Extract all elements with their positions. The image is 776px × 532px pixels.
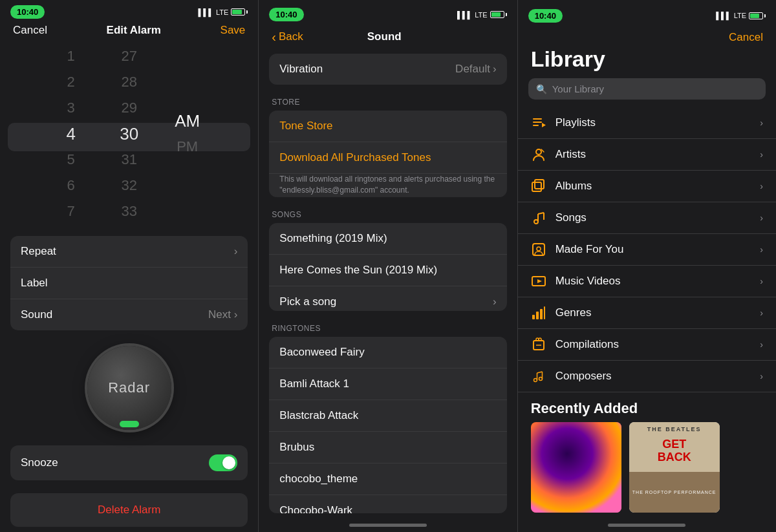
ringtone-row[interactable]: Blastcrab Attack (269, 400, 506, 432)
svg-rect-19 (544, 306, 545, 319)
radar-section: Radar (0, 335, 258, 440)
svg-line-10 (538, 213, 544, 214)
pick-song-label: Pick a song (279, 295, 336, 308)
cancel-button[interactable]: Cancel (13, 24, 47, 37)
vibration-value: Default › (455, 63, 497, 76)
ringtones-section: Baconweed Fairy Bamli Attack 1 Blastcrab… (269, 337, 506, 513)
battery-icon-1 (231, 8, 248, 16)
songs-menu-item[interactable]: Songs › (518, 202, 776, 234)
album-card-beatles[interactable]: THE BEATLES GETBACK THE ROOFTOP PERFORMA… (629, 422, 720, 513)
radar-circle: Radar (87, 346, 171, 430)
snooze-menu: Snooze (10, 445, 248, 480)
snooze-label: Snooze (21, 456, 58, 469)
composers-icon (531, 368, 546, 384)
made-for-you-label: Made For You (555, 243, 624, 256)
vibration-row[interactable]: Vibration Default › (269, 54, 506, 85)
chevron-right-icon: › (760, 371, 763, 381)
snooze-menu-item[interactable]: Snooze (10, 445, 248, 480)
songs-section: Something (2019 Mix) Here Comes the Sun … (269, 223, 506, 311)
status-time-3: 10:40 (528, 9, 563, 23)
picker-item: 3 (42, 95, 100, 121)
svg-rect-6 (532, 182, 541, 191)
chevron-right-icon: › (760, 308, 763, 318)
time-picker[interactable]: 1 2 3 4 5 6 7 27 28 29 30 31 32 33 AM PM (0, 43, 258, 231)
ringtone-name: Blastcrab Attack (279, 409, 358, 421)
save-button[interactable]: Save (221, 24, 246, 37)
signal-icon-3: ▌▌▌ (716, 12, 731, 19)
music-videos-item-left: Music Videos (531, 273, 621, 289)
status-bar-2: 10:40 ▌▌▌ LTE (259, 0, 517, 27)
song-row[interactable]: Here Comes the Sun (2019 Mix) (269, 255, 506, 286)
status-time-1: 10:40 (10, 5, 45, 19)
music-videos-menu-item[interactable]: Music Videos › (518, 266, 776, 297)
svg-rect-29 (531, 422, 621, 513)
song-title: Something (2019 Mix) (279, 232, 387, 245)
home-bar-3 (608, 524, 685, 527)
genres-label: Genres (555, 306, 592, 319)
ringtone-row[interactable]: Baconweed Fairy (269, 337, 506, 368)
download-tones-button[interactable]: Download All Purchased Tones (269, 142, 506, 174)
sound-menu-item[interactable]: Sound Next › (10, 299, 248, 330)
svg-point-4 (536, 149, 541, 154)
delete-alarm-button[interactable]: Delete Alarm (10, 493, 248, 527)
ringtones-section-label: RINGTONES (259, 324, 517, 337)
compilations-icon (531, 337, 546, 352)
battery-icon-2 (490, 11, 507, 18)
picker-item-selected: 30 (100, 121, 158, 147)
genres-item-left: Genres (531, 305, 592, 321)
download-description: This will download all ringtones and ale… (269, 174, 506, 197)
search-placeholder: Your Library (552, 83, 604, 94)
albums-menu-item[interactable]: Albums › (518, 171, 776, 202)
ringtone-row[interactable]: chocobo_theme (269, 463, 506, 495)
back-button[interactable]: ‹ Back (272, 30, 303, 45)
home-indicator-3 (518, 513, 776, 532)
picker-item: 28 (100, 69, 158, 95)
repeat-menu-item[interactable]: Repeat › (10, 236, 248, 268)
album-card-apple[interactable] (531, 422, 621, 513)
store-section: Tone Store Download All Purchased Tones … (269, 111, 506, 197)
chevron-right-icon: › (760, 244, 763, 255)
sound-title: Sound (367, 30, 402, 43)
composers-menu-item[interactable]: Composers › (518, 361, 776, 392)
hour-picker[interactable]: 1 2 3 4 5 6 7 (42, 43, 100, 224)
vibration-value-text: Default (455, 63, 490, 76)
recently-added-title: Recently Added (518, 394, 776, 422)
tone-store-button[interactable]: Tone Store (269, 111, 506, 142)
picker-item: 31 (100, 147, 158, 173)
picker-item-am: AM (158, 108, 217, 134)
svg-marker-3 (542, 123, 546, 127)
ringtone-row[interactable]: Bamli Attack 1 (269, 368, 506, 400)
battery-icon-3 (749, 12, 766, 19)
ampm-picker[interactable]: AM PM (158, 108, 217, 160)
beatles-subtitle: THE ROOFTOP PERFORMANCE (632, 490, 717, 495)
ringtone-row[interactable]: Brubus (269, 432, 506, 463)
lte-label-1: LTE (216, 8, 228, 16)
label-menu-item[interactable]: Label (10, 268, 248, 299)
edit-alarm-header: Cancel Edit Alarm Save (0, 21, 258, 43)
chevron-right-icon: › (760, 339, 763, 350)
home-bar-2 (349, 524, 427, 527)
chevron-right-icon: › (234, 245, 238, 258)
minute-picker[interactable]: 27 28 29 30 31 32 33 (100, 43, 158, 224)
chevron-left-icon: ‹ (272, 30, 276, 45)
snooze-toggle[interactable] (209, 454, 237, 471)
library-header: Cancel (518, 28, 776, 44)
composers-label: Composers (555, 370, 612, 383)
playlists-menu-item[interactable]: Playlists › (518, 107, 776, 139)
song-row[interactable]: Something (2019 Mix) (269, 223, 506, 255)
svg-rect-18 (540, 309, 543, 319)
artists-menu-item[interactable]: Artists › (518, 139, 776, 171)
picker-item: 5 (42, 147, 100, 173)
ringtone-row[interactable]: Chocobo-Wark (269, 495, 506, 513)
svg-rect-1 (533, 122, 542, 123)
made-for-you-menu-item[interactable]: Made For You › (518, 234, 776, 266)
library-search-bar[interactable]: 🔍 Your Library (528, 78, 766, 100)
beatles-logo: THE BEATLES (629, 426, 720, 432)
sound-screen: 10:40 ▌▌▌ LTE ‹ Back Sound Vibration Def… (258, 0, 517, 532)
compilations-menu-item[interactable]: Compilations › (518, 329, 776, 361)
status-bar-1: 10:40 ▌▌▌ LTE (0, 0, 258, 21)
svg-line-26 (537, 372, 542, 373)
cancel-button[interactable]: Cancel (729, 31, 763, 44)
genres-menu-item[interactable]: Genres › (518, 297, 776, 329)
pick-song-row[interactable]: Pick a song › (269, 286, 506, 311)
